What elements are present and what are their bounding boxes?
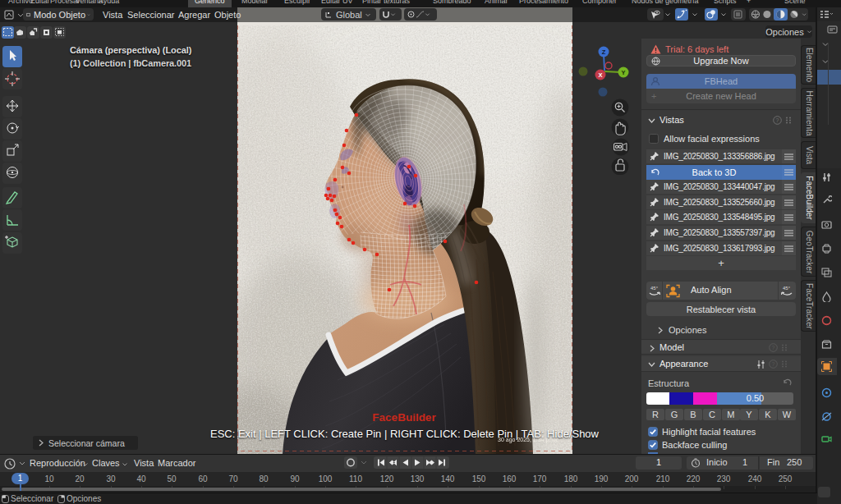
svg-text:?: ?: [772, 361, 775, 367]
svg-text:45°: 45°: [650, 286, 659, 291]
svg-text:Y: Y: [621, 69, 625, 76]
svg-text:?: ?: [772, 345, 775, 351]
svg-text:45°: 45°: [783, 286, 791, 291]
svg-text:FaceBuilder: FaceBuilder: [372, 411, 436, 424]
svg-text:Z: Z: [602, 48, 606, 56]
svg-text:?: ?: [776, 117, 779, 123]
svg-text:X: X: [598, 71, 602, 79]
